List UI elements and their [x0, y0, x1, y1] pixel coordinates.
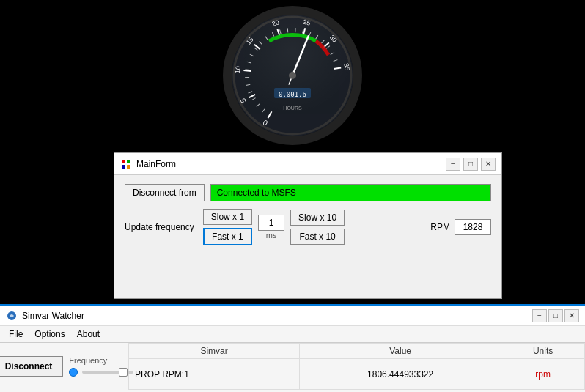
freq-unit-label: ms	[266, 231, 277, 240]
svg-line-34	[302, 29, 303, 33]
simvar-watcher-titlebar: Simvar Watcher − □ ✕	[0, 306, 585, 326]
simvar-maximize-button[interactable]: □	[548, 309, 563, 322]
svg-line-2	[268, 111, 272, 118]
main-form-content: Disconnect from Connected to MSFS Update…	[114, 175, 501, 254]
cell-value: 1806.444933322	[300, 359, 501, 390]
rpm-value: 1828	[455, 219, 491, 235]
svg-text:0.001.6: 0.001.6	[279, 91, 306, 98]
svg-text:30: 30	[328, 33, 339, 43]
svg-rect-50	[127, 165, 130, 169]
svg-rect-49	[122, 165, 125, 169]
svg-line-42	[289, 75, 292, 84]
svg-line-22	[246, 84, 250, 85]
svg-line-27	[254, 47, 257, 50]
svg-line-32	[287, 28, 288, 32]
simvar-watcher-window: Simvar Watcher − □ ✕ File Options About …	[0, 304, 585, 392]
svg-line-21	[249, 91, 253, 92]
slow-buttons-col: Slow x 1 Fast x 1	[203, 209, 252, 245]
slow-x10-button[interactable]: Slow x 10	[290, 210, 345, 226]
gauge-area: 0 5 10 15 20 25 30	[0, 0, 585, 150]
freq-input[interactable]	[258, 215, 284, 231]
slow-x1-button[interactable]: Slow x 1	[203, 209, 252, 225]
main-form-window: MainForm − □ ✕ Disconnect from Connected…	[114, 152, 502, 299]
cell-simvar: PROP RPM:1	[129, 359, 300, 390]
table-row: PROP RPM:11806.444933322rpm	[129, 359, 585, 390]
svg-line-20	[251, 97, 255, 100]
main-form-icon	[120, 158, 132, 170]
rpm-gauge: 0 5 10 15 20 25 30	[223, 6, 362, 145]
main-form-maximize-button[interactable]: □	[463, 158, 478, 171]
svg-line-26	[250, 54, 254, 56]
rpm-area: RPM 1828	[430, 219, 491, 235]
svg-line-8	[254, 44, 260, 48]
simvar-disconnect-button[interactable]: Disconnect	[0, 356, 63, 377]
svg-text:10: 10	[234, 65, 242, 73]
main-form-title: MainForm	[136, 159, 446, 169]
svg-line-18	[262, 108, 265, 112]
svg-line-4	[249, 94, 255, 97]
disconnect-from-button[interactable]: Disconnect from	[125, 184, 205, 201]
gauge-face-svg: 0 5 10 15 20 25 30	[232, 15, 353, 136]
rpm-label: RPM	[430, 222, 450, 232]
simvar-left-panel: Disconnect Frequency	[0, 343, 128, 390]
frequency-label: Frequency	[69, 356, 107, 365]
fast-x1-button[interactable]: Fast x 1	[203, 228, 252, 245]
simvar-watcher-controls: − □ ✕	[532, 309, 579, 322]
table-header-row: Simvar Value Units	[129, 344, 585, 359]
svg-point-0	[232, 15, 353, 136]
svg-text:HOURS: HOURS	[283, 106, 302, 111]
svg-line-28	[260, 41, 262, 44]
freq-slider-thumb	[119, 368, 128, 377]
svg-line-12	[303, 28, 306, 35]
connection-status: Connected to MSFS	[210, 184, 491, 201]
svg-line-35	[309, 32, 311, 36]
menu-file[interactable]: File	[3, 328, 29, 341]
svg-line-29	[265, 36, 268, 40]
simvar-close-button[interactable]: ✕	[564, 309, 579, 322]
svg-text:20: 20	[271, 18, 281, 28]
svg-text:0: 0	[261, 118, 269, 127]
svg-rect-48	[127, 160, 130, 163]
main-form-minimize-button[interactable]: −	[446, 158, 460, 171]
svg-rect-44	[274, 88, 311, 98]
svg-line-38	[326, 45, 330, 48]
svg-line-31	[280, 29, 282, 34]
fast-x10-button[interactable]: Fast x 10	[290, 229, 345, 245]
svg-text:25: 25	[302, 18, 311, 26]
col-header-units: Units	[501, 344, 585, 359]
freq-slider[interactable]	[82, 371, 133, 374]
svg-rect-47	[122, 160, 125, 163]
col-header-simvar: Simvar	[129, 344, 300, 359]
update-frequency-label: Update frequency	[125, 222, 194, 232]
simvar-table: Simvar Value Units PROP RPM:11806.444933…	[128, 343, 585, 390]
menu-about[interactable]: About	[71, 328, 106, 341]
freq-input-group: ms	[258, 215, 284, 240]
main-form-close-button[interactable]: ✕	[481, 158, 496, 171]
svg-line-19	[257, 103, 260, 106]
cell-units: rpm	[501, 359, 585, 390]
menu-options[interactable]: Options	[29, 328, 70, 341]
simvar-watcher-icon	[6, 310, 18, 322]
left-black-bg	[0, 150, 114, 304]
svg-line-25	[247, 62, 251, 63]
svg-line-24	[246, 69, 250, 70]
svg-line-36	[316, 35, 318, 39]
col-header-value: Value	[300, 344, 501, 359]
svg-text:35: 35	[342, 62, 350, 70]
svg-line-16	[334, 67, 341, 69]
svg-point-43	[289, 72, 296, 79]
svg-line-14	[323, 42, 328, 48]
frequency-section: Frequency	[69, 356, 133, 377]
svg-point-1	[234, 17, 351, 134]
svg-text:15: 15	[245, 35, 255, 45]
main-form-controls: − □ ✕	[446, 158, 496, 171]
svg-line-30	[272, 32, 274, 36]
simvar-minimize-button[interactable]: −	[532, 309, 547, 322]
simvar-watcher-title: Simvar Watcher	[22, 311, 532, 321]
svg-line-6	[243, 70, 251, 70]
svg-line-40	[334, 59, 338, 61]
svg-line-37	[321, 40, 324, 42]
freq-dot-indicator	[69, 368, 78, 377]
svg-line-10	[277, 29, 279, 36]
svg-text:5: 5	[238, 96, 248, 103]
